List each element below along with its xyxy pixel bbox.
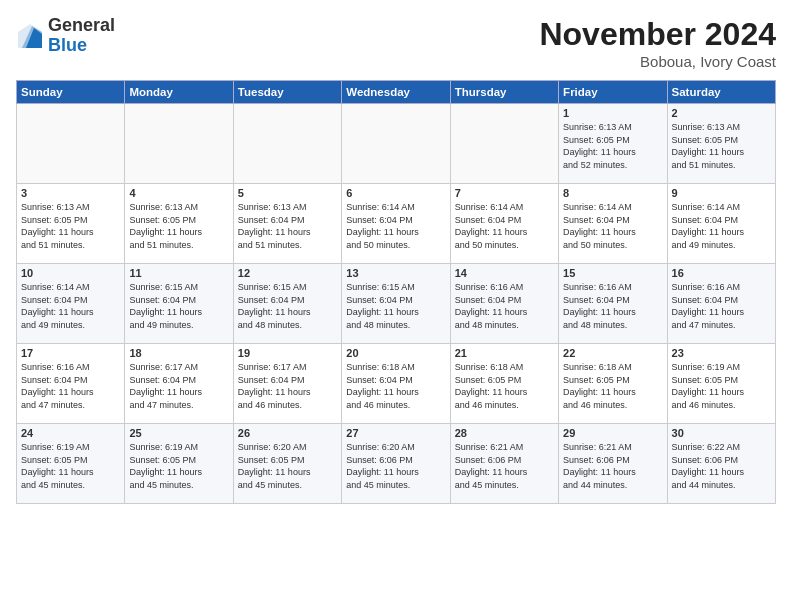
logo-blue-text: Blue [48,36,115,56]
day-info: Sunrise: 6:15 AM Sunset: 6:04 PM Dayligh… [238,281,337,331]
weekday-header-tuesday: Tuesday [233,81,341,104]
calendar-day-23: 23Sunrise: 6:19 AM Sunset: 6:05 PM Dayli… [667,344,775,424]
day-number: 22 [563,347,662,359]
calendar-week-4: 17Sunrise: 6:16 AM Sunset: 6:04 PM Dayli… [17,344,776,424]
day-number: 17 [21,347,120,359]
day-number: 25 [129,427,228,439]
calendar-week-1: 1Sunrise: 6:13 AM Sunset: 6:05 PM Daylig… [17,104,776,184]
day-number: 14 [455,267,554,279]
day-info: Sunrise: 6:17 AM Sunset: 6:04 PM Dayligh… [129,361,228,411]
day-info: Sunrise: 6:13 AM Sunset: 6:04 PM Dayligh… [238,201,337,251]
calendar-day-20: 20Sunrise: 6:18 AM Sunset: 6:04 PM Dayli… [342,344,450,424]
calendar-day-5: 5Sunrise: 6:13 AM Sunset: 6:04 PM Daylig… [233,184,341,264]
day-info: Sunrise: 6:17 AM Sunset: 6:04 PM Dayligh… [238,361,337,411]
day-number: 20 [346,347,445,359]
day-info: Sunrise: 6:15 AM Sunset: 6:04 PM Dayligh… [129,281,228,331]
weekday-header-sunday: Sunday [17,81,125,104]
weekday-header-wednesday: Wednesday [342,81,450,104]
day-number: 4 [129,187,228,199]
calendar-day-6: 6Sunrise: 6:14 AM Sunset: 6:04 PM Daylig… [342,184,450,264]
day-info: Sunrise: 6:13 AM Sunset: 6:05 PM Dayligh… [563,121,662,171]
logo: General Blue [16,16,115,56]
day-number: 5 [238,187,337,199]
calendar-day-3: 3Sunrise: 6:13 AM Sunset: 6:05 PM Daylig… [17,184,125,264]
calendar-day-18: 18Sunrise: 6:17 AM Sunset: 6:04 PM Dayli… [125,344,233,424]
calendar-day-8: 8Sunrise: 6:14 AM Sunset: 6:04 PM Daylig… [559,184,667,264]
day-info: Sunrise: 6:13 AM Sunset: 6:05 PM Dayligh… [672,121,771,171]
day-number: 13 [346,267,445,279]
weekday-header-saturday: Saturday [667,81,775,104]
day-info: Sunrise: 6:16 AM Sunset: 6:04 PM Dayligh… [21,361,120,411]
calendar-table: SundayMondayTuesdayWednesdayThursdayFrid… [16,80,776,504]
calendar-week-2: 3Sunrise: 6:13 AM Sunset: 6:05 PM Daylig… [17,184,776,264]
calendar-day-12: 12Sunrise: 6:15 AM Sunset: 6:04 PM Dayli… [233,264,341,344]
day-number: 9 [672,187,771,199]
day-number: 15 [563,267,662,279]
calendar-day-22: 22Sunrise: 6:18 AM Sunset: 6:05 PM Dayli… [559,344,667,424]
day-info: Sunrise: 6:22 AM Sunset: 6:06 PM Dayligh… [672,441,771,491]
day-number: 16 [672,267,771,279]
day-info: Sunrise: 6:19 AM Sunset: 6:05 PM Dayligh… [129,441,228,491]
calendar-empty [342,104,450,184]
day-number: 8 [563,187,662,199]
calendar-day-28: 28Sunrise: 6:21 AM Sunset: 6:06 PM Dayli… [450,424,558,504]
title-area: November 2024 Boboua, Ivory Coast [539,16,776,70]
calendar-day-19: 19Sunrise: 6:17 AM Sunset: 6:04 PM Dayli… [233,344,341,424]
calendar-empty [17,104,125,184]
calendar-day-16: 16Sunrise: 6:16 AM Sunset: 6:04 PM Dayli… [667,264,775,344]
calendar-day-27: 27Sunrise: 6:20 AM Sunset: 6:06 PM Dayli… [342,424,450,504]
day-info: Sunrise: 6:14 AM Sunset: 6:04 PM Dayligh… [455,201,554,251]
day-info: Sunrise: 6:18 AM Sunset: 6:04 PM Dayligh… [346,361,445,411]
day-info: Sunrise: 6:16 AM Sunset: 6:04 PM Dayligh… [455,281,554,331]
month-title: November 2024 [539,16,776,53]
calendar-day-29: 29Sunrise: 6:21 AM Sunset: 6:06 PM Dayli… [559,424,667,504]
day-info: Sunrise: 6:21 AM Sunset: 6:06 PM Dayligh… [563,441,662,491]
calendar-empty [125,104,233,184]
day-info: Sunrise: 6:14 AM Sunset: 6:04 PM Dayligh… [563,201,662,251]
day-info: Sunrise: 6:14 AM Sunset: 6:04 PM Dayligh… [346,201,445,251]
calendar-day-21: 21Sunrise: 6:18 AM Sunset: 6:05 PM Dayli… [450,344,558,424]
day-info: Sunrise: 6:13 AM Sunset: 6:05 PM Dayligh… [129,201,228,251]
weekday-header-thursday: Thursday [450,81,558,104]
day-info: Sunrise: 6:14 AM Sunset: 6:04 PM Dayligh… [672,201,771,251]
calendar-day-14: 14Sunrise: 6:16 AM Sunset: 6:04 PM Dayli… [450,264,558,344]
page-header: General Blue November 2024 Boboua, Ivory… [16,16,776,70]
calendar-day-7: 7Sunrise: 6:14 AM Sunset: 6:04 PM Daylig… [450,184,558,264]
calendar-week-3: 10Sunrise: 6:14 AM Sunset: 6:04 PM Dayli… [17,264,776,344]
day-number: 21 [455,347,554,359]
calendar-day-24: 24Sunrise: 6:19 AM Sunset: 6:05 PM Dayli… [17,424,125,504]
day-number: 6 [346,187,445,199]
logo-general-text: General [48,16,115,36]
day-number: 26 [238,427,337,439]
day-info: Sunrise: 6:14 AM Sunset: 6:04 PM Dayligh… [21,281,120,331]
calendar-day-4: 4Sunrise: 6:13 AM Sunset: 6:05 PM Daylig… [125,184,233,264]
calendar-day-30: 30Sunrise: 6:22 AM Sunset: 6:06 PM Dayli… [667,424,775,504]
day-info: Sunrise: 6:18 AM Sunset: 6:05 PM Dayligh… [563,361,662,411]
day-number: 19 [238,347,337,359]
location: Boboua, Ivory Coast [539,53,776,70]
calendar-day-26: 26Sunrise: 6:20 AM Sunset: 6:05 PM Dayli… [233,424,341,504]
day-number: 2 [672,107,771,119]
calendar-day-9: 9Sunrise: 6:14 AM Sunset: 6:04 PM Daylig… [667,184,775,264]
day-info: Sunrise: 6:20 AM Sunset: 6:05 PM Dayligh… [238,441,337,491]
day-number: 10 [21,267,120,279]
day-info: Sunrise: 6:15 AM Sunset: 6:04 PM Dayligh… [346,281,445,331]
weekday-header-monday: Monday [125,81,233,104]
calendar-day-10: 10Sunrise: 6:14 AM Sunset: 6:04 PM Dayli… [17,264,125,344]
day-number: 27 [346,427,445,439]
calendar-week-5: 24Sunrise: 6:19 AM Sunset: 6:05 PM Dayli… [17,424,776,504]
day-info: Sunrise: 6:13 AM Sunset: 6:05 PM Dayligh… [21,201,120,251]
calendar-day-15: 15Sunrise: 6:16 AM Sunset: 6:04 PM Dayli… [559,264,667,344]
day-info: Sunrise: 6:19 AM Sunset: 6:05 PM Dayligh… [21,441,120,491]
weekday-header-friday: Friday [559,81,667,104]
day-info: Sunrise: 6:18 AM Sunset: 6:05 PM Dayligh… [455,361,554,411]
weekday-header-row: SundayMondayTuesdayWednesdayThursdayFrid… [17,81,776,104]
day-info: Sunrise: 6:16 AM Sunset: 6:04 PM Dayligh… [563,281,662,331]
day-info: Sunrise: 6:20 AM Sunset: 6:06 PM Dayligh… [346,441,445,491]
day-number: 11 [129,267,228,279]
calendar-day-1: 1Sunrise: 6:13 AM Sunset: 6:05 PM Daylig… [559,104,667,184]
day-info: Sunrise: 6:16 AM Sunset: 6:04 PM Dayligh… [672,281,771,331]
day-number: 3 [21,187,120,199]
day-number: 30 [672,427,771,439]
calendar-empty [450,104,558,184]
